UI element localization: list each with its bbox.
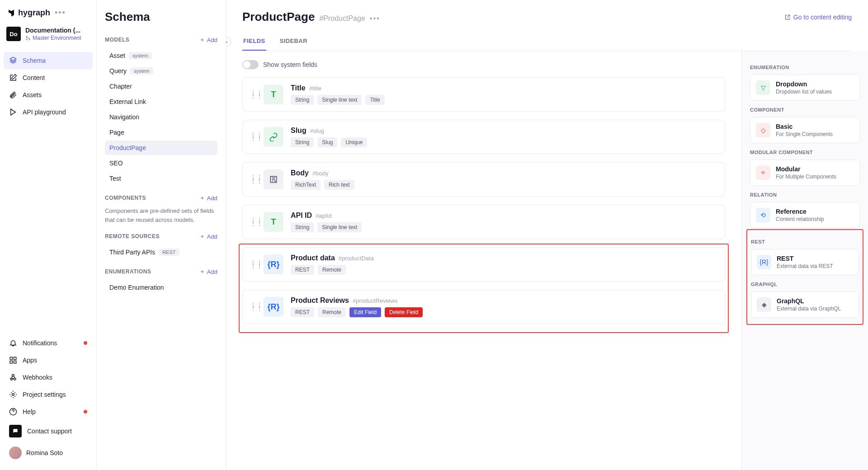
tab-sidebar[interactable]: SIDEBAR <box>279 33 308 51</box>
notification-dot <box>84 410 87 414</box>
nav-webhooks[interactable]: Webhooks <box>4 369 93 386</box>
main-sidebar: hygraph ••• Do Documentation (... Master… <box>0 0 97 470</box>
field-card[interactable]: ⋮⋮⋮⋮ Body#body RichTextRich text <box>242 162 725 197</box>
user-menu[interactable]: Romina Soto <box>4 442 93 464</box>
add-component-button[interactable]: ＋ Add <box>199 194 217 202</box>
drag-handle-icon[interactable]: ⋮⋮⋮⋮ <box>250 261 256 268</box>
field-card[interactable]: ⋮⋮⋮⋮ T API ID#apiId StringSingle line te… <box>242 205 725 239</box>
field-type-icon: ✧ <box>756 165 770 180</box>
help-icon <box>9 408 17 416</box>
model-menu-icon[interactable]: ••• <box>370 14 380 23</box>
nav-schema[interactable]: Schema <box>4 52 93 69</box>
nav-help[interactable]: Help <box>4 403 93 420</box>
field-type-title: REST <box>777 255 833 262</box>
model-item[interactable]: Navigation <box>105 110 217 124</box>
field-tag: String <box>291 222 314 232</box>
drag-handle-icon[interactable]: ⋮⋮⋮⋮ <box>250 91 256 98</box>
drag-handle-icon[interactable]: ⋮⋮⋮⋮ <box>250 304 256 310</box>
schema-title: Schema <box>105 10 217 24</box>
model-item[interactable]: SEO <box>105 156 217 170</box>
content-editing-link[interactable]: Go to content editing <box>784 14 852 21</box>
main-area: « ProductPage #ProductPage ••• Go to con… <box>226 0 868 470</box>
external-link-icon <box>784 14 791 20</box>
enum-item[interactable]: Demo Enumeration <box>105 280 217 295</box>
add-remote-button[interactable]: ＋ Add <box>199 232 217 240</box>
model-item[interactable]: Querysystem <box>105 64 217 78</box>
field-type-title: Basic <box>776 123 833 130</box>
drag-handle-icon[interactable]: ⋮⋮⋮⋮ <box>250 134 256 140</box>
field-type-icon: {R} <box>264 254 283 274</box>
project-env[interactable]: Master Environment <box>25 35 90 41</box>
field-tag: Slug <box>317 137 337 147</box>
field-type-icon: ◇ <box>756 123 770 137</box>
nav-apps[interactable]: Apps <box>4 352 93 369</box>
field-api-id: #body <box>312 170 328 177</box>
field-card[interactable]: ⋮⋮⋮⋮ {R} Product Reviews#productReviews … <box>242 290 725 324</box>
field-card[interactable]: ⋮⋮⋮⋮ Slug#slug StringSlugUnique <box>242 120 725 154</box>
nav-content[interactable]: Content <box>4 69 93 86</box>
nav-api-playground[interactable]: API playground <box>4 103 93 121</box>
field-api-id: #slug <box>310 127 324 134</box>
branch-icon <box>25 35 31 41</box>
field-tag: String <box>291 137 314 147</box>
enums-heading: ENUMERATIONS <box>105 268 151 275</box>
rail-section-label: COMPONENT <box>750 107 860 113</box>
add-enum-button[interactable]: ＋ Add <box>199 268 217 276</box>
project-switcher[interactable]: Do Documentation (... Master Environment <box>0 23 96 48</box>
drag-handle-icon[interactable]: ⋮⋮⋮⋮ <box>250 219 256 225</box>
field-type-icon: T <box>264 212 283 232</box>
field-type-icon: T <box>264 85 283 104</box>
tab-fields[interactable]: FIELDS <box>242 33 266 51</box>
field-action-red[interactable]: Delete Field <box>385 307 423 317</box>
primary-nav: Schema Content Assets API playground <box>0 48 96 124</box>
field-type-card[interactable]: ◇ Basic For Single Components <box>750 117 860 143</box>
field-type-icon: ◆ <box>757 297 771 312</box>
remote-item[interactable]: Third Party APIsREST <box>105 245 217 259</box>
field-card[interactable]: ⋮⋮⋮⋮ {R} Product data#productData RESTRe… <box>242 247 725 282</box>
gear-icon <box>9 390 17 399</box>
nav-notifications[interactable]: Notifications <box>4 334 93 352</box>
svg-point-3 <box>12 394 14 396</box>
components-heading: COMPONENTS <box>105 195 146 201</box>
model-item[interactable]: External Link <box>105 94 217 109</box>
model-item[interactable]: Chapter <box>105 79 217 94</box>
model-item[interactable]: Test <box>105 171 217 186</box>
components-desc: Components are pre-defined sets of field… <box>105 207 217 224</box>
system-badge: system <box>130 67 153 75</box>
field-types-rail: ENUMERATION▽ Dropdown Dropdown list of v… <box>741 51 868 470</box>
nav-assets[interactable]: Assets <box>4 86 93 103</box>
field-type-card[interactable]: {R} REST External data via REST <box>751 249 859 275</box>
field-type-desc: For Single Components <box>776 131 833 137</box>
webhook-icon <box>9 373 17 381</box>
system-fields-toggle[interactable] <box>242 60 259 69</box>
model-item[interactable]: Page <box>105 125 217 140</box>
field-type-card[interactable]: ▽ Dropdown Dropdown list of values <box>750 75 860 101</box>
model-item[interactable]: Assetsystem <box>105 48 217 63</box>
field-api-id: #title <box>309 85 321 92</box>
field-type-card[interactable]: ⟲ Reference Content relationship <box>750 202 860 228</box>
brand-menu-icon[interactable]: ••• <box>55 8 66 18</box>
model-api-id: #ProductPage <box>319 14 365 23</box>
field-type-title: Modular <box>776 165 836 173</box>
field-tag: Rich text <box>324 180 354 190</box>
project-badge: Do <box>6 27 21 41</box>
nav-project-settings[interactable]: Project settings <box>4 386 93 403</box>
model-item[interactable]: ProductPage <box>105 141 217 155</box>
field-type-icon: ▽ <box>756 80 770 95</box>
add-model-button[interactable]: ＋ Add <box>199 36 217 44</box>
field-name: Body <box>291 169 309 177</box>
hygraph-icon <box>7 9 15 17</box>
field-type-card[interactable]: ✧ Modular For Multiple Components <box>750 160 860 186</box>
field-action-purple[interactable]: Edit Field <box>349 307 381 317</box>
contact-support-button[interactable]: Contact support <box>4 420 93 442</box>
models-heading: MODELS <box>105 37 129 43</box>
field-type-desc: External data via REST <box>777 263 833 269</box>
field-type-icon: ⟲ <box>756 208 770 222</box>
field-tag: Single line text <box>317 95 362 105</box>
field-type-icon: {R} <box>264 297 283 317</box>
field-type-card[interactable]: ◆ GraphQL External data via GraphQL <box>751 291 859 318</box>
drag-handle-icon[interactable]: ⋮⋮⋮⋮ <box>250 176 256 183</box>
brand-logo[interactable]: hygraph <box>7 8 50 18</box>
field-card[interactable]: ⋮⋮⋮⋮ T Title#title StringSingle line tex… <box>242 77 725 112</box>
edit-icon <box>9 74 17 82</box>
